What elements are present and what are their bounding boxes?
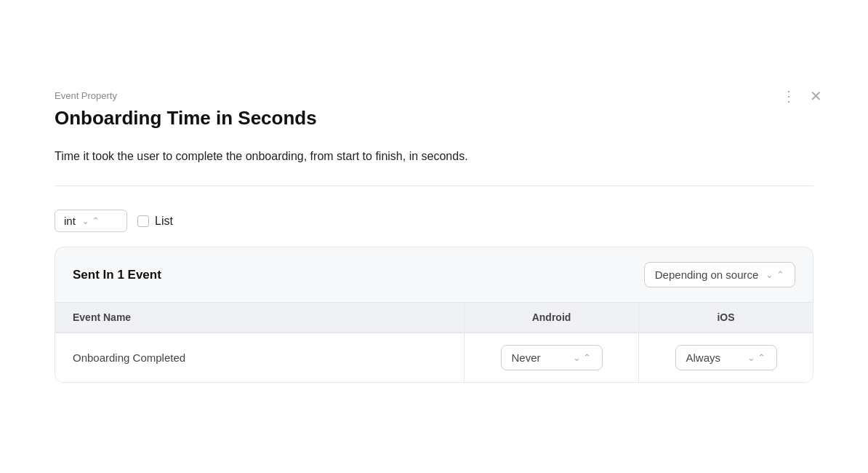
ios-select-label: Always [686,351,721,364]
list-checkbox-area: List [137,215,173,228]
sent-events-table: Sent In 1 Event Depending on source ⌄ ⌃ … [55,247,813,383]
panel-header-label: Event Property [55,90,813,101]
list-label: List [155,215,173,228]
source-chevron-icon: ⌄ ⌃ [765,269,784,280]
type-select[interactable]: int ⌄ ⌃ [55,210,127,232]
more-options-icon[interactable]: ⋮ [781,89,797,103]
col-header-ios: iOS [638,303,813,332]
column-headers: Event Name Android iOS [55,303,813,333]
android-select-label: Never [512,351,541,364]
event-name-cell: Onboarding Completed [55,333,464,382]
panel-title: Onboarding Time in Seconds [55,107,813,130]
panel-description: Time it took the user to complete the on… [55,147,813,187]
list-checkbox[interactable] [137,215,149,227]
android-cell: Never ⌄ ⌃ [464,333,638,382]
table-header-row: Sent In 1 Event Depending on source ⌄ ⌃ [55,247,813,303]
close-icon[interactable]: ✕ [810,87,822,105]
source-dropdown[interactable]: Depending on source ⌄ ⌃ [644,262,795,287]
col-header-event-name: Event Name [55,303,464,332]
table-section-title: Sent In 1 Event [73,268,161,282]
ios-select[interactable]: Always ⌄ ⌃ [675,345,777,370]
type-select-label: int [64,215,76,227]
table-row: Onboarding Completed Never ⌄ ⌃ Always ⌄ … [55,333,813,382]
panel-top-actions: ⋮ ✕ [781,87,822,105]
type-chevron-icon: ⌄ ⌃ [81,215,100,226]
source-dropdown-label: Depending on source [655,269,759,281]
type-row: int ⌄ ⌃ List [55,210,813,232]
ios-cell: Always ⌄ ⌃ [638,333,813,382]
android-select[interactable]: Never ⌄ ⌃ [501,345,603,370]
event-property-panel: ⋮ ✕ Event Property Onboarding Time in Se… [20,61,848,413]
ios-chevron-icon: ⌄ ⌃ [747,352,766,363]
col-header-android: Android [464,303,638,332]
android-chevron-icon: ⌄ ⌃ [573,352,592,363]
